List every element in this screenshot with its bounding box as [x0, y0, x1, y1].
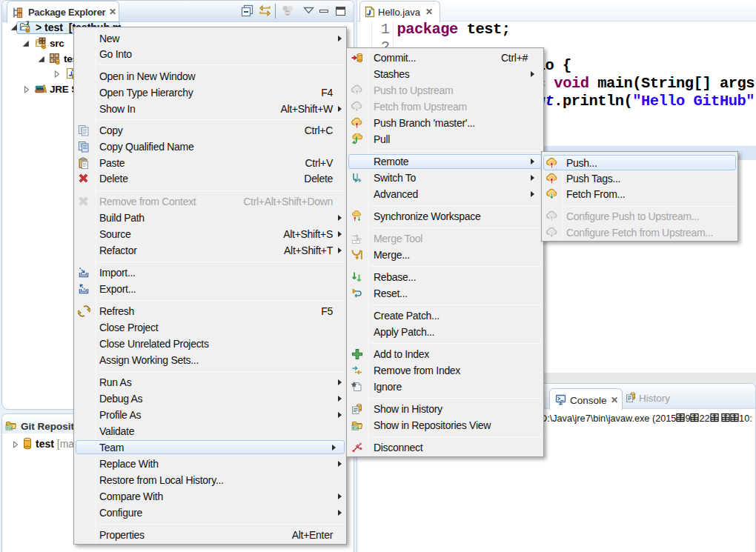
svg-text:GIT: GIT — [7, 427, 12, 430]
